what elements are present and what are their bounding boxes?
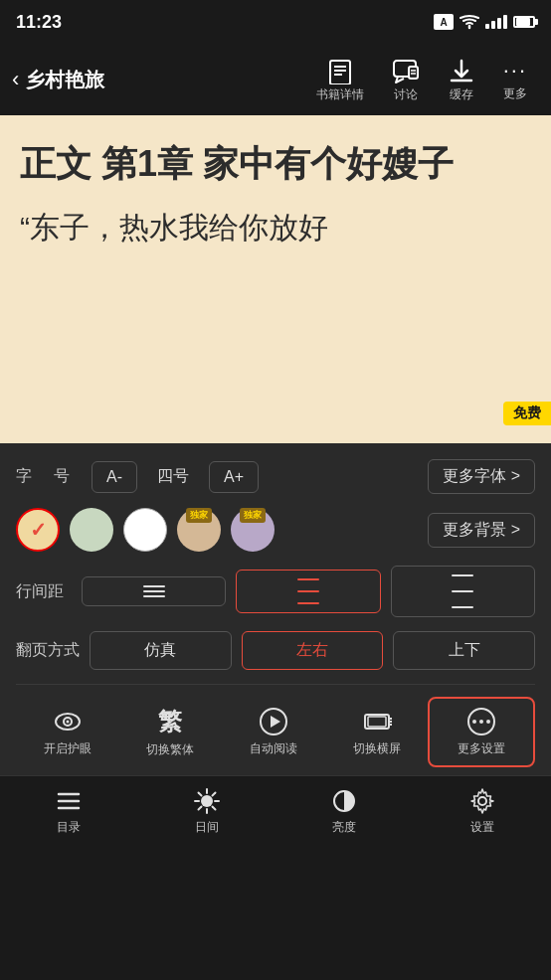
spacing-medium-icon xyxy=(297,578,319,604)
color-light-green[interactable] xyxy=(70,508,113,552)
more-settings-icon xyxy=(466,707,496,736)
reading-content: “东子，热水我给你放好 xyxy=(20,205,531,249)
nav-discussion[interactable]: 讨论 xyxy=(380,53,432,107)
cache-icon xyxy=(448,57,475,84)
bg-color-row: ✓ 独家 独家 更多背景 > xyxy=(16,508,535,552)
wifi-icon xyxy=(459,14,479,30)
more-dots-icon: ··· xyxy=(503,58,527,83)
toc-icon xyxy=(55,787,83,815)
landscape-label: 切换横屏 xyxy=(353,740,401,757)
spacing-medium-button[interactable] xyxy=(236,570,380,613)
svg-marker-13 xyxy=(271,716,280,728)
color-warm-yellow[interactable]: ✓ xyxy=(16,508,60,552)
color-exclusive-1[interactable]: 独家 xyxy=(177,508,221,552)
font-hao-label: 号 xyxy=(54,466,82,487)
status-icons: A xyxy=(434,14,535,30)
bottom-nav-settings[interactable]: 设置 xyxy=(414,779,552,844)
daynight-label: 日间 xyxy=(195,819,219,836)
font-increase-button[interactable]: A+ xyxy=(209,461,259,493)
svg-rect-5 xyxy=(409,67,418,79)
page-turn-label: 翻页方式 xyxy=(16,640,80,661)
nav-more[interactable]: ··· 更多 xyxy=(491,54,539,106)
status-icon-a: A xyxy=(434,14,454,30)
more-settings-label: 更多设置 xyxy=(458,740,505,757)
brightness-label: 亮度 xyxy=(332,819,356,836)
reading-area[interactable]: 正文 第1章 家中有个好嫂子 “东子，热水我给你放好 免费 xyxy=(0,115,551,443)
svg-line-33 xyxy=(212,793,215,796)
svg-point-26 xyxy=(201,795,213,807)
svg-point-11 xyxy=(66,721,69,724)
svg-line-34 xyxy=(198,807,201,810)
eye-protection-label: 开启护眼 xyxy=(44,740,92,757)
page-turn-imitate[interactable]: 仿真 xyxy=(90,631,232,670)
eye-icon xyxy=(53,707,83,736)
auto-read-label: 自动阅读 xyxy=(250,740,297,757)
nav-title: 乡村艳旅 xyxy=(25,67,104,93)
nav-cache[interactable]: 缓存 xyxy=(436,53,487,107)
play-icon xyxy=(259,707,288,736)
auto-read-action[interactable]: 自动阅读 xyxy=(222,699,325,765)
nav-book-detail-label: 书籍详情 xyxy=(316,86,364,103)
nav-book-detail[interactable]: 书籍详情 xyxy=(304,53,376,107)
bottom-nav-brightness[interactable]: 亮度 xyxy=(276,779,414,844)
font-decrease-button[interactable]: A- xyxy=(92,461,137,493)
settings-panel: 字 号 A- 四号 A+ 更多字体 > ✓ 独家 独家 更多背景 > 行间距 xyxy=(0,443,551,775)
traditional-label: 切换繁体 xyxy=(146,741,194,758)
nav-more-label: 更多 xyxy=(503,85,527,102)
page-turn-row: 翻页方式 仿真 左右 上下 xyxy=(16,631,535,670)
spacing-compact-button[interactable] xyxy=(82,576,226,606)
free-badge: 免费 xyxy=(503,402,551,425)
status-bar: 11:23 A xyxy=(0,0,551,44)
line-spacing-label: 行间距 xyxy=(16,581,72,602)
font-char-label: 字 xyxy=(16,466,44,487)
nav-cache-label: 缓存 xyxy=(450,86,473,103)
svg-line-32 xyxy=(212,807,215,810)
toc-label: 目录 xyxy=(57,819,81,836)
spacing-wide-icon xyxy=(452,574,473,608)
eye-protection-action[interactable]: 开启护眼 xyxy=(16,699,119,765)
line-spacing-row: 行间距 xyxy=(16,566,535,617)
svg-point-21 xyxy=(479,720,483,724)
color-check-icon: ✓ xyxy=(30,518,47,542)
exclusive-badge-1: 独家 xyxy=(186,508,212,523)
bg-more-button[interactable]: 更多背景 > xyxy=(428,513,535,548)
svg-rect-0 xyxy=(330,61,350,84)
svg-point-22 xyxy=(486,720,490,724)
font-size-display: 四号 xyxy=(147,460,199,493)
status-time: 11:23 xyxy=(16,12,62,33)
nav-back-button[interactable]: ‹ 乡村艳旅 xyxy=(12,67,104,93)
spacing-compact-icon xyxy=(143,585,165,597)
discussion-icon xyxy=(392,57,420,84)
landscape-icon xyxy=(362,707,392,736)
color-exclusive-2[interactable]: 独家 xyxy=(231,508,275,552)
daynight-icon xyxy=(193,787,221,815)
brightness-icon xyxy=(330,787,358,815)
font-size-row: 字 号 A- 四号 A+ 更多字体 > xyxy=(16,459,535,494)
settings-label: 设置 xyxy=(470,819,494,836)
back-arrow-icon: ‹ xyxy=(12,67,19,92)
svg-point-20 xyxy=(472,720,476,724)
exclusive-badge-2: 独家 xyxy=(240,508,266,523)
settings-icon xyxy=(468,787,496,815)
nav-actions: 书籍详情 讨论 缓存 ··· 更多 xyxy=(304,53,539,107)
landscape-action[interactable]: 切换横屏 xyxy=(325,699,429,765)
svg-line-31 xyxy=(198,793,201,796)
spacing-wide-button[interactable] xyxy=(391,566,535,617)
more-settings-action[interactable]: 更多设置 xyxy=(428,697,535,767)
traditional-action[interactable]: 繁 切换繁体 xyxy=(119,698,223,766)
bottom-nav-daynight[interactable]: 日间 xyxy=(138,779,276,844)
page-turn-leftright[interactable]: 左右 xyxy=(242,631,384,670)
bottom-action-row: 开启护眼 繁 切换繁体 自动阅读 切换横屏 xyxy=(16,684,535,767)
signal-icon xyxy=(485,15,507,29)
page-turn-updown[interactable]: 上下 xyxy=(393,631,535,670)
battery-icon xyxy=(513,16,535,28)
color-white[interactable] xyxy=(123,508,167,552)
svg-point-36 xyxy=(478,797,486,805)
bottom-nav-toc[interactable]: 目录 xyxy=(0,779,138,844)
traditional-icon: 繁 xyxy=(158,706,182,737)
svg-rect-15 xyxy=(368,717,386,727)
nav-discussion-label: 讨论 xyxy=(394,86,418,103)
font-more-button[interactable]: 更多字体 > xyxy=(428,459,535,494)
bottom-nav: 目录 日间 亮度 设置 xyxy=(0,775,551,847)
top-nav: ‹ 乡村艳旅 书籍详情 讨论 xyxy=(0,44,551,115)
